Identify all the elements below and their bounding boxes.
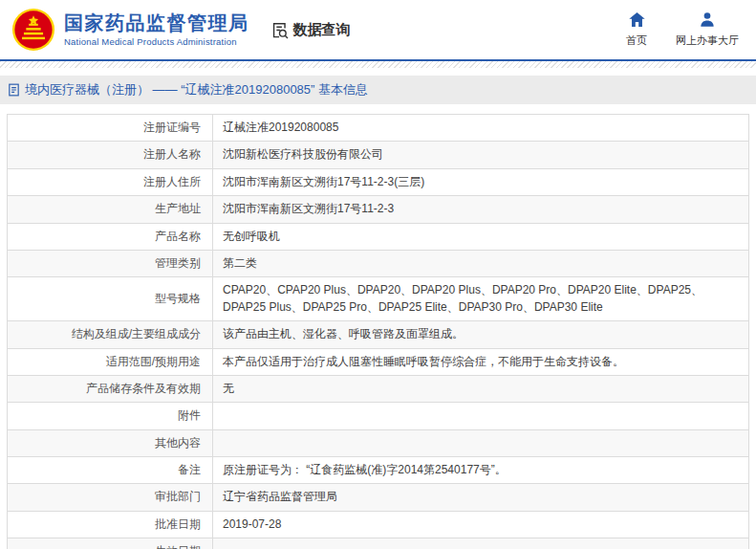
row-value: 辽宁省药品监督管理局 — [223, 490, 337, 503]
row-label-cell: 生产地址 — [8, 196, 213, 223]
row-value-cell: 第二类 — [213, 250, 749, 276]
row-label: 审批部门 — [155, 489, 201, 505]
row-label: 注册证编号 — [143, 120, 201, 136]
row-label: 产品名称 — [155, 229, 201, 245]
breadcrumb-text: 境内医疗器械（注册） —— “辽械注准20192080085” 基本信息 — [25, 81, 368, 99]
data-query-nav[interactable]: 数据查询 — [270, 21, 351, 39]
row-value-cell: CPAP20、CPAP20 Plus、DPAP20、DPAP20 Plus、DP… — [213, 277, 749, 321]
row-label-cell: 型号规格 — [8, 277, 213, 321]
row-value-cell: 原注册证号为： “辽食药监械(准)字2014第2540177号”。 — [213, 457, 749, 484]
row-value: 辽械注准20192080085 — [223, 121, 338, 134]
user-icon — [700, 12, 715, 31]
table-row: 型号规格CPAP20、CPAP20 Plus、DPAP20、DPAP20 Plu… — [8, 277, 749, 321]
row-value-cell: 2019-07-28 — [213, 511, 749, 538]
row-label-cell: 批准日期 — [8, 511, 213, 538]
row-value: 无 — [223, 382, 234, 395]
row-value: 该产品由主机、湿化器、呼吸管路及面罩组成。 — [223, 327, 464, 340]
nav-service-hall[interactable]: 网上办事大厅 — [676, 12, 739, 48]
row-label-cell: 产品名称 — [8, 223, 213, 250]
row-label: 其他内容 — [155, 435, 201, 451]
row-label-cell: 其他内容 — [8, 429, 213, 456]
row-value: 第二类 — [223, 256, 257, 270]
data-query-label: 数据查询 — [293, 21, 351, 39]
row-value-cell — [213, 538, 749, 549]
row-label: 生产地址 — [155, 201, 201, 217]
row-label: 适用范围/预期用途 — [106, 354, 201, 370]
table-row: 产品储存条件及有效期无 — [8, 375, 749, 402]
row-label-cell: 生效日期 — [8, 538, 213, 549]
row-value-cell: 辽宁省药品监督管理局 — [213, 484, 749, 511]
row-value-cell — [213, 403, 749, 429]
table-row: 批准日期2019-07-28 — [8, 511, 749, 538]
breadcrumb: 境内医疗器械（注册） —— “辽械注准20192080085” 基本信息 — [0, 76, 756, 104]
row-label-cell: 备注 — [8, 457, 213, 484]
row-value-cell: 无创呼吸机 — [213, 223, 749, 250]
table-row: 结构及组成/主要组成成分该产品由主机、湿化器、呼吸管路及面罩组成。 — [8, 321, 749, 348]
table-row: 注册人名称沈阳新松医疗科技股份有限公司 — [8, 142, 749, 168]
table-row: 注册人住所沈阳市浑南新区文溯街17号11-2-3(三层) — [8, 168, 749, 195]
row-value-cell: 沈阳市浑南新区文溯街17号11-2-3(三层) — [213, 168, 749, 195]
header: 国家药品监督管理局 National Medical Products Admi… — [0, 0, 756, 59]
main-content: 注册证编号辽械注准20192080085注册人名称沈阳新松医疗科技股份有限公司注… — [0, 104, 756, 549]
row-value: 原注册证号为： “辽食药监械(准)字2014第2540177号”。 — [223, 463, 507, 476]
row-value: 本产品仅适用于治疗成人阻塞性睡眠呼吸暂停综合症，不能用于生命支持设备。 — [223, 355, 624, 368]
table-row: 生效日期 — [8, 538, 749, 549]
row-label: 产品储存条件及有效期 — [86, 381, 201, 397]
row-label: 结构及组成/主要组成成分 — [72, 326, 201, 342]
row-label: 附件 — [178, 407, 201, 424]
national-emblem-logo — [11, 8, 55, 52]
row-value: 无创呼吸机 — [223, 230, 280, 243]
table-row: 注册证编号辽械注准20192080085 — [8, 115, 749, 142]
table-row: 产品名称无创呼吸机 — [8, 223, 749, 250]
row-value: CPAP20、CPAP20 Plus、DPAP20、DPAP20 Plus、DP… — [223, 283, 702, 313]
table-row: 附件 — [8, 403, 749, 429]
row-value-cell: 无 — [213, 375, 749, 402]
row-value-cell: 该产品由主机、湿化器、呼吸管路及面罩组成。 — [213, 321, 749, 348]
info-table-body: 注册证编号辽械注准20192080085注册人名称沈阳新松医疗科技股份有限公司注… — [8, 115, 749, 549]
brand-text: 国家药品监督管理局 National Medical Products Admi… — [64, 12, 249, 47]
table-row: 生产地址沈阳市浑南新区文溯街17号11-2-3 — [8, 196, 749, 223]
document-icon — [8, 83, 20, 97]
row-label-cell: 管理类别 — [8, 250, 213, 276]
info-table: 注册证编号辽械注准20192080085注册人名称沈阳新松医疗科技股份有限公司注… — [7, 114, 749, 549]
row-value: 2019-07-28 — [223, 517, 281, 531]
hatch-band — [0, 61, 756, 68]
row-value-cell — [213, 429, 749, 456]
table-row: 适用范围/预期用途本产品仅适用于治疗成人阻塞性睡眠呼吸暂停综合症，不能用于生命支… — [8, 348, 749, 375]
row-label-cell: 产品储存条件及有效期 — [8, 375, 213, 402]
row-label: 注册人住所 — [143, 174, 201, 190]
row-label-cell: 注册人名称 — [8, 142, 213, 168]
row-label-cell: 注册证编号 — [8, 115, 213, 142]
table-row: 备注原注册证号为： “辽食药监械(准)字2014第2540177号”。 — [8, 457, 749, 484]
row-label: 管理类别 — [155, 255, 201, 272]
site-title: 国家药品监督管理局 — [64, 12, 249, 34]
brand: 国家药品监督管理局 National Medical Products Admi… — [11, 8, 249, 52]
table-row: 审批部门辽宁省药品监督管理局 — [8, 484, 749, 511]
row-label-cell: 结构及组成/主要组成成分 — [8, 321, 213, 348]
row-value-cell: 辽械注准20192080085 — [213, 115, 749, 142]
row-value-cell: 沈阳新松医疗科技股份有限公司 — [213, 142, 749, 168]
home-icon — [629, 12, 645, 31]
row-value: 沈阳市浑南新区文溯街17号11-2-3 — [223, 202, 394, 215]
row-value: 沈阳市浑南新区文溯街17号11-2-3(三层) — [223, 175, 424, 188]
header-nav: 首页 网上办事大厅 — [626, 12, 743, 48]
data-query-icon — [270, 21, 289, 39]
row-label-cell: 适用范围/预期用途 — [8, 348, 213, 375]
nav-service-hall-label: 网上办事大厅 — [676, 33, 739, 48]
nav-home-label: 首页 — [626, 33, 647, 48]
row-label: 注册人名称 — [143, 146, 201, 163]
nav-home[interactable]: 首页 — [626, 12, 647, 48]
table-row: 其他内容 — [8, 429, 749, 456]
row-value: 沈阳新松医疗科技股份有限公司 — [223, 147, 383, 161]
row-label: 备注 — [178, 462, 201, 478]
row-label: 批准日期 — [155, 516, 201, 533]
row-label-cell: 注册人住所 — [8, 168, 213, 195]
table-row: 管理类别第二类 — [8, 250, 749, 276]
row-label: 型号规格 — [155, 291, 201, 307]
row-label-cell: 附件 — [8, 403, 213, 429]
row-label: 生效日期 — [155, 543, 201, 549]
row-label-cell: 审批部门 — [8, 484, 213, 511]
row-value-cell: 沈阳市浑南新区文溯街17号11-2-3 — [213, 196, 749, 223]
site-subtitle: National Medical Products Administration — [64, 36, 249, 47]
row-value-cell: 本产品仅适用于治疗成人阻塞性睡眠呼吸暂停综合症，不能用于生命支持设备。 — [213, 348, 749, 375]
